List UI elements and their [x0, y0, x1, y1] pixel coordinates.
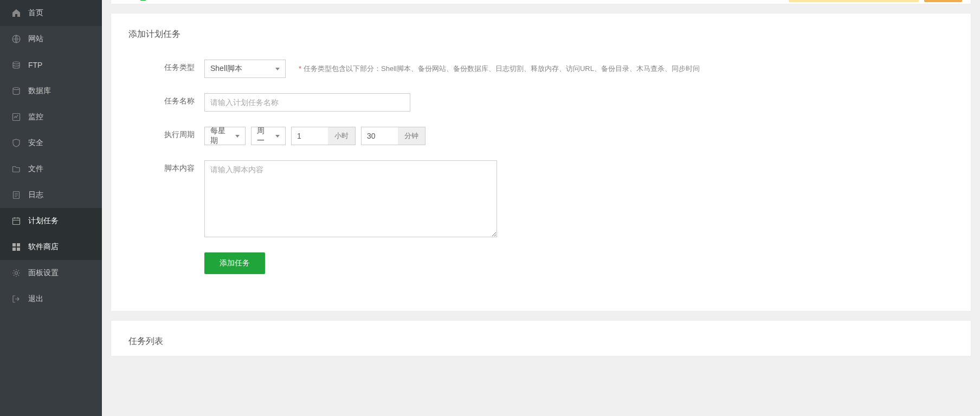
svg-rect-8 [12, 248, 16, 251]
shield-icon [12, 139, 21, 147]
cycle-day-value: 周一 [257, 126, 271, 146]
add-task-panel: 添加计划任务 任务类型 Shell脚本 *任务类型包含以下部分：Shell脚本、… [111, 13, 971, 311]
sidebar-item-website[interactable]: 网站 [0, 26, 102, 52]
sidebar-item-label: 安全 [28, 138, 43, 148]
cycle-minute-group: 分钟 [361, 127, 425, 145]
task-type-value: Shell脚本 [210, 64, 242, 74]
caret-down-icon [235, 135, 240, 138]
database-icon [12, 87, 21, 95]
sidebar-item-label: 首页 [28, 8, 43, 18]
caret-down-icon [275, 135, 280, 138]
accent-marker [140, 0, 146, 1]
caret-down-icon [275, 68, 280, 70]
svg-rect-6 [12, 243, 16, 246]
gear-icon [12, 269, 21, 277]
topbar-strip [111, 0, 971, 4]
exit-icon [12, 295, 21, 303]
sidebar-item-label: 计划任务 [28, 216, 59, 226]
cycle-day-select[interactable]: 周一 [251, 127, 286, 145]
sidebar-item-logs[interactable]: 日志 [0, 182, 102, 208]
cycle-hour-group: 小时 [291, 127, 356, 145]
required-star: * [299, 64, 301, 73]
sidebar-item-label: 网站 [28, 34, 43, 44]
add-task-button[interactable]: 添加任务 [204, 252, 265, 274]
sidebar-item-database[interactable]: 数据库 [0, 78, 102, 104]
task-type-select[interactable]: Shell脚本 [204, 60, 286, 78]
notice-bar [789, 0, 919, 2]
row-task-name: 任务名称 [128, 93, 953, 112]
globe-icon [12, 35, 21, 43]
svg-point-2 [13, 88, 20, 90]
script-label: 脚本内容 [128, 160, 204, 173]
task-name-label: 任务名称 [128, 93, 204, 106]
row-cycle: 执行周期 每星期 周一 小时 [128, 127, 953, 145]
sidebar-item-monitor[interactable]: 监控 [0, 104, 102, 130]
sidebar-item-label: 日志 [28, 190, 43, 200]
task-list-panel: 任务列表 [111, 320, 971, 356]
task-type-hint: *任务类型包含以下部分：Shell脚本、备份网站、备份数据库、日志切割、释放内存… [299, 64, 700, 74]
notice-button[interactable] [924, 0, 962, 2]
cycle-hour-unit: 小时 [328, 127, 356, 145]
svg-rect-5 [13, 218, 20, 225]
sidebar-item-ftp[interactable]: FTP [0, 52, 102, 78]
row-submit: 添加任务 [128, 252, 953, 274]
monitor-icon [12, 113, 21, 121]
calendar-icon [12, 217, 21, 225]
sidebar-item-settings[interactable]: 面板设置 [0, 260, 102, 286]
svg-point-1 [13, 62, 20, 64]
sidebar-item-files[interactable]: 文件 [0, 156, 102, 182]
script-textarea[interactable] [204, 160, 497, 237]
cycle-label: 执行周期 [128, 127, 204, 140]
task-name-input[interactable] [204, 93, 410, 112]
sidebar-item-softstore[interactable]: 软件商店 [0, 234, 102, 260]
task-list-title: 任务列表 [128, 336, 953, 347]
cycle-hour-input[interactable] [291, 127, 333, 145]
sidebar-item-label: 面板设置 [28, 268, 59, 278]
sidebar-item-cron[interactable]: 计划任务 [0, 208, 102, 234]
cycle-type-select[interactable]: 每星期 [204, 127, 246, 145]
sidebar-item-label: 退出 [28, 294, 43, 304]
apps-icon [12, 243, 21, 251]
svg-rect-9 [17, 248, 20, 251]
home-icon [12, 9, 21, 17]
main-content: 添加计划任务 任务类型 Shell脚本 *任务类型包含以下部分：Shell脚本、… [102, 0, 980, 416]
sidebar-item-exit[interactable]: 退出 [0, 286, 102, 312]
sidebar-item-label: 监控 [28, 112, 43, 122]
task-type-label: 任务类型 [128, 60, 204, 73]
row-script: 脚本内容 [128, 160, 953, 237]
svg-point-10 [15, 272, 18, 275]
sidebar-item-home[interactable]: 首页 [0, 0, 102, 26]
sidebar-item-label: 软件商店 [28, 242, 59, 252]
sidebar-item-label: 数据库 [28, 86, 51, 96]
row-task-type: 任务类型 Shell脚本 *任务类型包含以下部分：Shell脚本、备份网站、备份… [128, 60, 953, 78]
sidebar: 首页 网站 FTP 数据库 监控 [0, 0, 102, 416]
ftp-icon [12, 61, 21, 69]
cycle-type-value: 每星期 [210, 126, 231, 146]
sidebar-item-security[interactable]: 安全 [0, 130, 102, 156]
sidebar-item-label: 文件 [28, 164, 43, 174]
sidebar-item-label: FTP [28, 61, 42, 69]
svg-rect-7 [17, 243, 20, 246]
cycle-minute-input[interactable] [361, 127, 403, 145]
folder-icon [12, 165, 21, 173]
cycle-minute-unit: 分钟 [398, 127, 425, 145]
panel-title: 添加计划任务 [128, 29, 953, 40]
log-icon [12, 191, 21, 199]
